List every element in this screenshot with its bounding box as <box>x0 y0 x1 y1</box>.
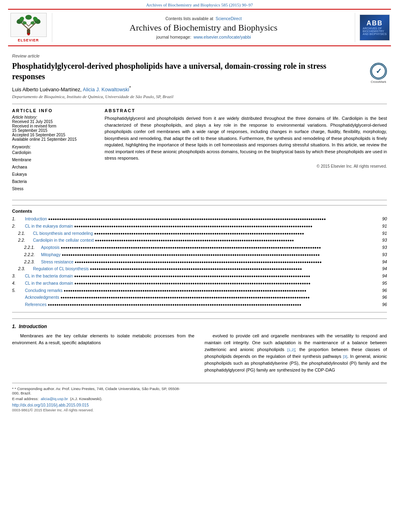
received-revised-label: Received in revised form <box>12 124 97 128</box>
intro-left-col: Membranes are the key cellular elements … <box>12 333 195 377</box>
contents-row-ref: References ●●●●●●●●●●●●●●●●●●●●●●●●●●●●●… <box>12 302 387 308</box>
abb-logo-box: ABB ARCHIVES OFBIOCHEMISTRYAND BIOPHYSIC… <box>360 14 390 41</box>
keyword-3: Archaea <box>12 164 97 171</box>
intro-left-para: Membranes are the key cellular elements … <box>12 333 195 346</box>
ref-1-2: [1,2] <box>288 347 295 352</box>
copyright: © 2015 Elsevier Inc. All rights reserved… <box>105 164 387 168</box>
available-online: Available online 21 September 2015 <box>12 137 97 142</box>
sciencedirect-label: Contents lists available at <box>165 16 213 21</box>
contents-row-223: 2.2.3. Stress resistance ●●●●●●●●●●●●●●●… <box>12 259 387 265</box>
email-line: E-mail address: alicia@iq.usp.br (A.J. K… <box>12 396 185 401</box>
corresponding-marker: * <box>129 86 131 90</box>
article-history: Article history: Received 31 July 2015 R… <box>12 115 97 142</box>
elsevier-logo-box: ⚕ <box>10 13 47 37</box>
elsevier-tree-svg: ⚕ <box>12 14 45 36</box>
contents-title-23: Regulation of CL biosynthesis ●●●●●●●●●●… <box>33 266 375 272</box>
accepted-date: Accepted 16 September 2015 <box>12 133 97 137</box>
elsevier-label: ELSEVIER <box>18 38 39 42</box>
contents-row-3: 3. CL in the bacteria domain ●●●●●●●●●●●… <box>12 273 387 279</box>
contents-row-1: 1. Introduction ●●●●●●●●●●●●●●●●●●●●●●●●… <box>12 216 387 222</box>
intro-right-para: evolved to provide cell and organelle me… <box>205 333 387 374</box>
authors: Luis Alberto Luévano-Martínez, Alicia J.… <box>12 86 387 92</box>
contents-title-223: Stress resistance ●●●●●●●●●●●●●●●●●●●●●●… <box>41 259 375 265</box>
sciencedirect-link[interactable]: ScienceDirect <box>216 16 242 21</box>
doi-text: http://dx.doi.org/10.1016/j.abb.2015.09.… <box>12 403 89 407</box>
keyword-2: Membrane <box>12 156 97 164</box>
corresponding-text: * Corresponding author. Av. Prof. Lineu … <box>12 386 180 395</box>
email-label: E-mail address: <box>12 396 39 401</box>
page: Archives of Biochemistry and Biophysics … <box>0 0 399 532</box>
contents-title-5: Concluding remarks ●●●●●●●●●●●●●●●●●●●●●… <box>25 288 375 294</box>
contents-num-222: 2.2.2. <box>12 252 41 258</box>
svg-point-9 <box>25 15 32 20</box>
contents-page-3: 94 <box>375 273 387 279</box>
title-row: Phosphatidylglycerol-derived phospholipi… <box>12 61 387 86</box>
svg-point-10 <box>23 21 27 25</box>
contents-section: Contents 1. Introduction ●●●●●●●●●●●●●●●… <box>12 205 387 312</box>
contents-page-1: 90 <box>375 216 387 222</box>
svg-text:✓: ✓ <box>376 67 382 75</box>
contents-page-221: 93 <box>375 244 387 251</box>
affiliation: Departamento de Bioquímica, Instituto de… <box>12 94 387 99</box>
contents-page-21: 91 <box>375 230 387 237</box>
abstract-paragraph: Phosphatidylglycerol and phospholipids d… <box>105 115 387 162</box>
keyword-1: Cardiolipin <box>12 149 97 156</box>
crossmark-label: CrossMark <box>370 80 387 84</box>
article-title: Phosphatidylglycerol-derived phospholipi… <box>12 61 342 82</box>
contents-title-ref: References ●●●●●●●●●●●●●●●●●●●●●●●●●●●●●… <box>25 302 375 308</box>
author2[interactable]: Alicia J. Kowaltowski <box>83 87 129 92</box>
review-article-label: Review article <box>12 53 387 58</box>
divider-2 <box>12 200 387 200</box>
article-info-heading: ARTICLE INFO <box>12 108 97 113</box>
contents-row-222: 2.2.2. Mitophagy ●●●●●●●●●●●●●●●●●●●●●●●… <box>12 252 387 258</box>
contents-title-21: CL biosynthesis and remodeling ●●●●●●●●●… <box>33 230 375 237</box>
doi-line[interactable]: http://dx.doi.org/10.1016/j.abb.2015.09.… <box>12 403 387 407</box>
contents-title-ack: Acknowledgments ●●●●●●●●●●●●●●●●●●●●●●●●… <box>25 294 375 301</box>
journal-citation: Archives of Biochemistry and Biophysics … <box>0 0 399 9</box>
svg-text:⚕: ⚕ <box>28 34 29 36</box>
contents-row-ack: Acknowledgments ●●●●●●●●●●●●●●●●●●●●●●●●… <box>12 294 387 301</box>
contents-title-2: CL in the eukarya domain ●●●●●●●●●●●●●●●… <box>25 223 375 230</box>
footnote-block: * * Corresponding author. Av. Prof. Line… <box>12 386 185 401</box>
contents-table: 1. Introduction ●●●●●●●●●●●●●●●●●●●●●●●●… <box>12 216 387 308</box>
ref-3: [3] <box>343 354 348 359</box>
svg-point-11 <box>31 21 35 25</box>
divider-1 <box>12 104 387 104</box>
homepage-label: journal homepage: <box>156 35 191 39</box>
homepage-link[interactable]: www.elsevier.com/locate/yabbi <box>193 35 251 39</box>
keywords-list: Cardiolipin Membrane Archaea Eukarya Bac… <box>12 149 97 193</box>
contents-num-5: 5. <box>12 288 25 294</box>
keywords-group: Keywords: Cardiolipin Membrane Archaea E… <box>12 145 97 193</box>
history-label: Article history: <box>12 115 97 119</box>
contents-row-23: 2.3. Regulation of CL biosynthesis ●●●●●… <box>12 266 387 272</box>
contents-num-221: 2.2.1. <box>12 244 41 251</box>
contents-page-222: 93 <box>375 252 387 258</box>
intro-right-col: evolved to provide cell and organelle me… <box>205 333 387 377</box>
footnote-area: * * Corresponding author. Av. Prof. Line… <box>12 383 387 412</box>
contents-num-21: 2.1. <box>12 230 33 237</box>
contents-page-22: 93 <box>375 237 387 244</box>
abb-logo-area: ABB ARCHIVES OFBIOCHEMISTRYAND BIOPHYSIC… <box>355 13 391 42</box>
contents-page-4: 95 <box>375 280 387 287</box>
received-revised-date: 15 September 2015 <box>12 128 97 133</box>
contents-num-1: 1. <box>12 216 25 222</box>
contents-row-2: 2. CL in the eukarya domain ●●●●●●●●●●●●… <box>12 223 387 230</box>
intro-number: 1. <box>12 324 16 329</box>
main-content: Review article Phosphatidylglycerol-deri… <box>0 46 399 416</box>
elsevier-logo-area: ⚕ ELSEVIER <box>8 13 52 42</box>
contents-row-221: 2.2.1. Apoptosis ●●●●●●●●●●●●●●●●●●●●●●●… <box>12 244 387 251</box>
contents-row-5: 5. Concluding remarks ●●●●●●●●●●●●●●●●●●… <box>12 288 387 294</box>
keyword-6: Stress <box>12 185 97 193</box>
journal-header-center: Contents lists available at ScienceDirec… <box>52 13 355 42</box>
abb-text: ABB <box>366 20 383 27</box>
issn-line: 0003-9861/© 2015 Elsevier Inc. All right… <box>12 408 387 412</box>
email-link[interactable]: alicia@iq.usp.br <box>41 396 68 401</box>
contents-title-3: CL in the bacteria domain ●●●●●●●●●●●●●●… <box>25 273 375 279</box>
introduction-section: 1. Introduction Membranes are the key ce… <box>12 318 387 377</box>
contents-heading: Contents <box>12 209 387 214</box>
crossmark-container: ✓ CrossMark <box>370 63 387 84</box>
received-date: Received 31 July 2015 <box>12 119 97 124</box>
contents-page-2: 91 <box>375 223 387 230</box>
contents-row-4: 4. CL in the archaea domain ●●●●●●●●●●●●… <box>12 280 387 287</box>
abstract-col: ABSTRACT Phosphatidylglycerol and phosph… <box>105 108 387 196</box>
